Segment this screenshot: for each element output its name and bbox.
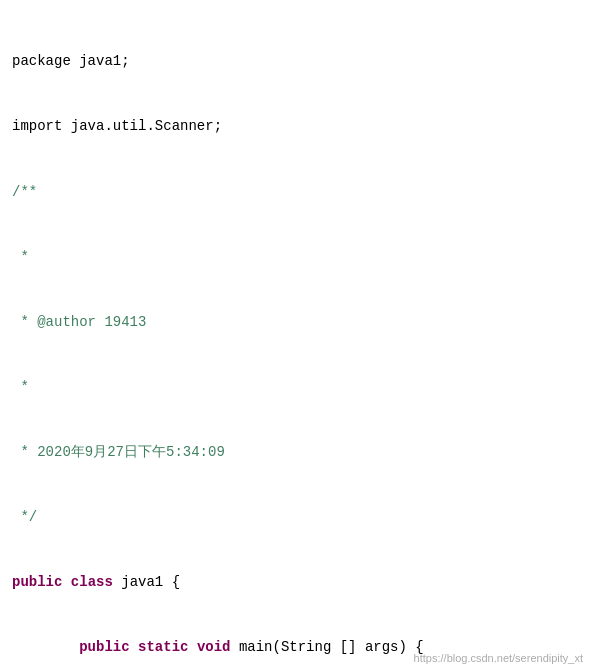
line-2: import java.util.Scanner; — [12, 116, 579, 138]
keyword-public2: public — [79, 639, 129, 655]
line-7: * 2020年9月27日下午5:34:09 — [12, 442, 579, 464]
line-1: package java1; — [12, 51, 579, 73]
keyword-void: void — [197, 639, 231, 655]
keyword-class: class — [71, 574, 113, 590]
keyword-public: public — [12, 574, 62, 590]
line-9: public class java1 { — [12, 572, 579, 594]
line-5: * @author 19413 — [12, 312, 579, 334]
code-block: package java1; import java.util.Scanner;… — [0, 0, 591, 672]
line-3: /** — [12, 182, 579, 204]
line-6: * — [12, 377, 579, 399]
line-8: */ — [12, 507, 579, 529]
watermark: https://blog.csdn.net/serendipity_xt — [414, 652, 583, 664]
keyword-static: static — [138, 639, 188, 655]
line-4: * — [12, 247, 579, 269]
